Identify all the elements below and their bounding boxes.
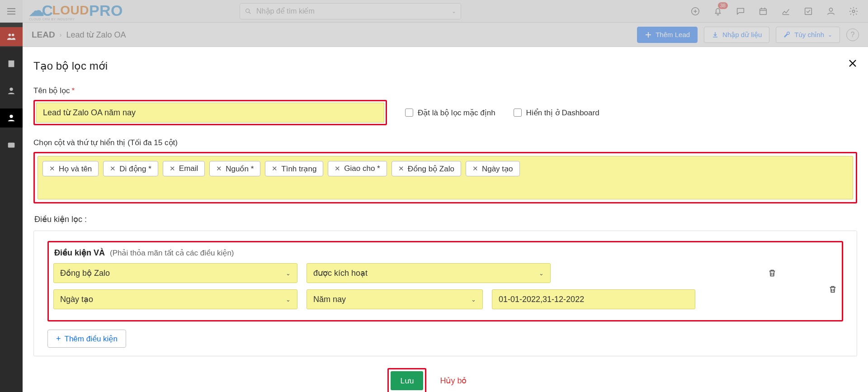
svg-rect-22 [12, 64, 13, 65]
svg-point-26 [9, 144, 11, 146]
sidebar-item-company[interactable] [0, 54, 23, 73]
download-icon [712, 31, 719, 38]
column-tag[interactable]: ✕Họ và tên [42, 161, 99, 176]
svg-point-24 [9, 115, 13, 118]
columns-select[interactable]: ✕Họ và tên✕Di động *✕Email✕Nguồn *✕Tình … [38, 156, 853, 199]
condition-row: Ngày tạo⌄ Năm nay⌄ 01-01-2022,31-12-2022 [53, 289, 837, 309]
filter-name-input[interactable] [36, 103, 384, 123]
delete-condition-button[interactable] [759, 268, 786, 278]
sidebar-item-contact[interactable] [0, 81, 23, 100]
column-tag-label: Di động * [119, 164, 151, 174]
hamburger-icon [6, 6, 17, 17]
column-tag[interactable]: ✕Email [163, 161, 205, 176]
svg-point-14 [829, 8, 832, 11]
conditions-label: Điều kiện lọc : [34, 214, 857, 224]
column-tag[interactable]: ✕Đồng bộ Zalo [392, 161, 461, 176]
global-search[interactable]: Nhập để tìm kiếm ⌄ [240, 3, 461, 19]
plus-icon: + [56, 334, 61, 344]
svg-rect-19 [9, 61, 11, 63]
calendar-button[interactable] [758, 6, 769, 17]
breadcrumb: LEAD › Lead từ Zalo OA [32, 30, 126, 40]
reports-button[interactable] [780, 6, 791, 17]
sidebar-item-lead[interactable] [0, 109, 23, 128]
columns-label: Chọn cột và thứ tự hiển thị (Tối đa 15 c… [33, 138, 857, 147]
svg-point-3 [246, 9, 250, 12]
condition-row: Đồng bộ Zalo⌄ được kích hoạt⌄ [53, 263, 837, 283]
remove-tag-icon[interactable]: ✕ [216, 165, 222, 173]
settings-button[interactable] [848, 6, 859, 17]
svg-rect-25 [8, 143, 15, 148]
column-tag-label: Giao cho * [344, 164, 380, 173]
customize-button[interactable]: Tùy chỉnh ⌄ [776, 27, 840, 43]
remove-tag-icon[interactable]: ✕ [110, 165, 116, 173]
show-dashboard-checkbox[interactable]: Hiển thị ở Dashboard [514, 108, 599, 118]
svg-point-23 [9, 88, 13, 91]
condition-field-select[interactable]: Ngày tạo⌄ [53, 289, 297, 309]
import-button[interactable]: Nhập dữ liệu [704, 27, 769, 43]
add-lead-button[interactable]: Thêm Lead [637, 27, 698, 43]
tasks-button[interactable] [803, 6, 814, 17]
condition-operator-select[interactable]: Năm nay⌄ [307, 289, 483, 309]
column-tag-label: Ngày tạo [482, 164, 513, 174]
chevron-down-icon: ⌄ [286, 296, 291, 303]
column-tag[interactable]: ✕Tình trạng [265, 161, 323, 176]
chat-button[interactable] [735, 6, 746, 17]
check-square-icon [803, 6, 813, 16]
question-icon: ? [851, 31, 855, 39]
chevron-right-icon: › [60, 31, 62, 38]
remove-tag-icon[interactable]: ✕ [49, 165, 55, 173]
notifications-button[interactable]: 38 [712, 6, 723, 17]
column-tag[interactable]: ✕Ngày tạo [466, 161, 520, 176]
menu-toggle[interactable] [0, 0, 23, 23]
column-tag-label: Tình trạng [281, 164, 316, 174]
panel-title: Tạo bộ lọc mới [33, 60, 857, 72]
column-tag[interactable]: ✕Di động * [103, 161, 158, 176]
svg-rect-21 [9, 64, 11, 65]
svg-point-16 [9, 34, 11, 37]
breadcrumb-root[interactable]: LEAD [32, 30, 55, 40]
save-button[interactable]: Lưu [391, 371, 423, 390]
sidebar-item-team[interactable] [0, 27, 23, 46]
remove-tag-icon[interactable]: ✕ [472, 165, 478, 173]
chevron-down-icon: ⌄ [539, 270, 544, 277]
close-button[interactable] [847, 58, 858, 71]
remove-tag-icon[interactable]: ✕ [398, 165, 404, 173]
filter-name-highlight [33, 100, 387, 125]
help-button[interactable]: ? [846, 28, 859, 41]
remove-tag-icon[interactable]: ✕ [272, 165, 278, 173]
svg-rect-1 [7, 11, 15, 12]
chevron-down-icon: ⌄ [286, 270, 291, 277]
cancel-button[interactable]: Hủy bỏ [440, 376, 467, 386]
svg-point-17 [12, 34, 14, 37]
delete-condition-button[interactable] [828, 284, 838, 294]
quick-add-button[interactable] [690, 6, 701, 17]
gear-icon [849, 6, 859, 16]
svg-rect-8 [760, 9, 767, 14]
svg-point-15 [852, 10, 855, 13]
and-conditions-highlight: Điều kiện VÀ (Phải thỏa mãn tất cả các đ… [47, 241, 843, 321]
subheader: LEAD › Lead từ Zalo OA Thêm Lead Nhập dữ… [23, 23, 868, 47]
remove-tag-icon[interactable]: ✕ [335, 165, 340, 173]
column-tag[interactable]: ✕Nguồn * [209, 161, 260, 176]
add-condition-button[interactable]: + Thêm điều kiện [47, 330, 126, 348]
sidebar-item-card[interactable] [0, 136, 23, 155]
column-tag-label: Đồng bộ Zalo [408, 164, 454, 174]
remove-tag-icon[interactable]: ✕ [170, 165, 175, 173]
wrench-icon [783, 31, 791, 38]
logo[interactable]: ☁CLOUDPRO CLOUD CRM BY INDUSTRY [29, 0, 122, 23]
chart-icon [781, 6, 791, 16]
condition-value-input[interactable]: 01-01-2022,31-12-2022 [492, 289, 695, 309]
profile-button[interactable] [826, 6, 836, 17]
default-filter-checkbox[interactable]: Đặt là bộ lọc mặc định [405, 108, 495, 118]
chevron-down-icon: ⌄ [471, 296, 476, 303]
calendar-icon [758, 6, 768, 16]
filter-name-label: Tên bộ lọc* [33, 86, 857, 95]
condition-field-select[interactable]: Đồng bộ Zalo⌄ [53, 263, 297, 283]
save-highlight: Lưu [387, 368, 426, 392]
conditions-container: Điều kiện VÀ (Phải thỏa mãn tất cả các đ… [33, 231, 857, 356]
search-placeholder: Nhập để tìm kiếm [256, 7, 452, 15]
columns-highlight: ✕Họ và tên✕Di động *✕Email✕Nguồn *✕Tình … [33, 152, 857, 203]
condition-operator-select[interactable]: được kích hoạt⌄ [307, 263, 551, 283]
column-tag-label: Email [179, 164, 198, 173]
column-tag[interactable]: ✕Giao cho * [328, 161, 387, 176]
